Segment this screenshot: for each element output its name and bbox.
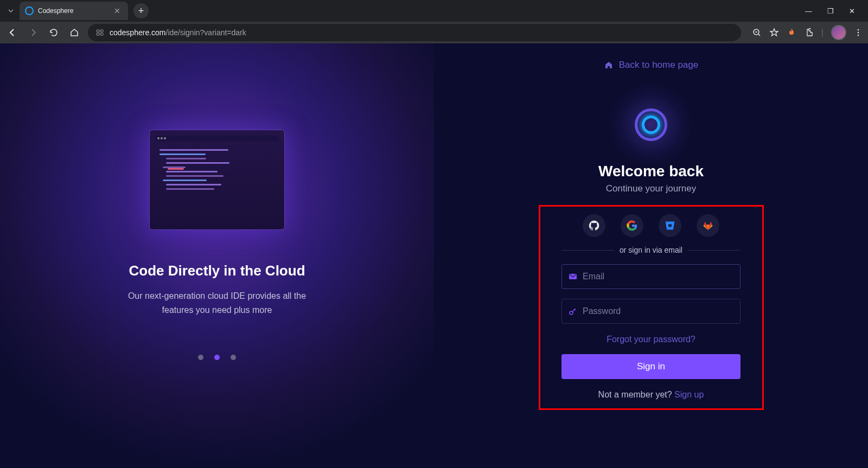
forward-icon[interactable] xyxy=(26,25,40,40)
tab-close-icon[interactable]: ✕ xyxy=(112,5,123,16)
gitlab-login-button[interactable] xyxy=(697,214,719,237)
google-login-button[interactable] xyxy=(621,214,643,237)
minimize-icon[interactable]: — xyxy=(803,5,814,17)
url-text: codesphere.com/ide/signin?variant=dark xyxy=(110,28,246,37)
divider-label: or sign in via email xyxy=(620,246,682,254)
profile-avatar[interactable] xyxy=(831,25,846,40)
back-icon[interactable] xyxy=(5,25,20,40)
zoom-icon[interactable] xyxy=(752,28,762,37)
carousel-dot-2[interactable] xyxy=(231,355,236,360)
github-icon xyxy=(588,220,600,232)
email-icon xyxy=(569,272,577,281)
page-content: Code Directly in the Cloud Our next-gene… xyxy=(0,43,868,468)
reload-icon[interactable] xyxy=(47,25,61,40)
email-field[interactable] xyxy=(583,272,733,281)
signup-link[interactable]: Sign up xyxy=(674,390,704,399)
marketing-title: Code Directly in the Cloud xyxy=(119,262,315,279)
bookmark-star-icon[interactable] xyxy=(769,28,779,37)
back-to-home-label: Back to home page xyxy=(619,60,698,70)
menu-dots-icon[interactable] xyxy=(854,28,863,37)
window-controls: — ❐ ✕ xyxy=(803,5,864,17)
gitlab-icon xyxy=(703,220,713,231)
tab-favicon-icon xyxy=(25,7,34,15)
flame-icon[interactable] xyxy=(787,28,796,37)
welcome-subtitle: Continue your journey xyxy=(606,183,696,194)
signin-divider: or sign in via email xyxy=(561,246,741,254)
password-input-wrap[interactable] xyxy=(561,299,741,324)
browser-tab[interactable]: Codesphere ✕ xyxy=(20,2,128,20)
carousel-dot-0[interactable] xyxy=(198,355,203,360)
marketing-subtitle: Our next-generation cloud IDE provides a… xyxy=(119,289,315,317)
github-login-button[interactable] xyxy=(583,214,605,237)
email-input-wrap[interactable] xyxy=(561,264,741,289)
home-icon[interactable] xyxy=(67,25,81,40)
extensions-icon[interactable] xyxy=(804,28,814,37)
google-icon xyxy=(626,220,638,232)
brand-logo xyxy=(635,108,667,141)
signin-panel: Back to home page Welcome back Continue … xyxy=(434,43,868,468)
svg-point-6 xyxy=(858,32,859,34)
forgot-password-link[interactable]: Forgot your password? xyxy=(607,335,695,344)
signin-form-highlight: or sign in via email Forgot your passwor… xyxy=(539,205,764,410)
tabs-dropdown-icon[interactable] xyxy=(4,4,17,17)
address-bar[interactable]: codesphere.com/ide/signin?variant=dark xyxy=(88,24,741,41)
marketing-panel: Code Directly in the Cloud Our next-gene… xyxy=(0,43,434,468)
svg-rect-1 xyxy=(100,30,103,32)
carousel-dot-1[interactable] xyxy=(214,355,220,360)
close-window-icon[interactable]: ✕ xyxy=(847,5,857,17)
bitbucket-icon xyxy=(665,220,675,231)
svg-rect-2 xyxy=(97,33,99,35)
signin-button[interactable]: Sign in xyxy=(561,354,741,379)
back-to-home-link[interactable]: Back to home page xyxy=(604,60,698,70)
signup-prompt-text: Not a member yet? xyxy=(598,390,675,399)
svg-point-7 xyxy=(858,35,859,36)
bitbucket-login-button[interactable] xyxy=(659,214,681,237)
browser-toolbar: codesphere.com/ide/signin?variant=dark | xyxy=(0,22,868,43)
browser-tab-bar: Codesphere ✕ + — ❐ ✕ xyxy=(0,0,868,22)
social-login-row xyxy=(583,214,719,237)
svg-point-5 xyxy=(858,29,859,31)
site-info-icon[interactable] xyxy=(95,28,104,37)
home-icon xyxy=(604,60,614,70)
key-icon xyxy=(569,307,577,316)
signup-prompt: Not a member yet? Sign up xyxy=(598,390,704,400)
svg-rect-0 xyxy=(97,30,99,32)
new-tab-button[interactable]: + xyxy=(133,3,149,18)
carousel-dots xyxy=(198,355,236,360)
password-field[interactable] xyxy=(583,306,733,316)
tab-title: Codesphere xyxy=(38,7,107,15)
ide-preview-illustration xyxy=(149,130,285,230)
svg-rect-3 xyxy=(100,33,103,35)
maximize-icon[interactable]: ❐ xyxy=(825,5,836,17)
